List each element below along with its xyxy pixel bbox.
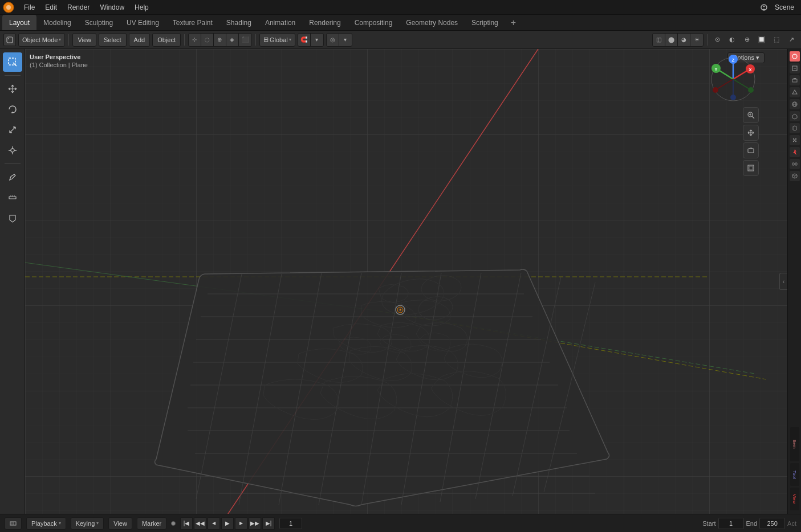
prev-keyframe-btn[interactable]: ◀◀ <box>194 517 206 530</box>
add-object-tool-btn[interactable] <box>3 208 22 228</box>
pan-gizmo-btn[interactable] <box>743 125 759 141</box>
start-frame-input[interactable] <box>718 518 744 529</box>
object-mode-dropdown[interactable]: Object Mode ▾ <box>18 33 65 47</box>
playback-menu[interactable]: Playback ▾ <box>26 517 66 530</box>
tab-layout[interactable]: Layout <box>2 15 36 30</box>
snap-icon-4[interactable]: ◈ <box>226 33 239 47</box>
zoom-gizmo-btn[interactable] <box>743 107 759 123</box>
user-preferences-icon[interactable] <box>758 1 770 14</box>
viewport[interactable]: User Perspective (1) Collection | Plane … <box>25 49 787 514</box>
transform-orientation-dropdown[interactable]: ⊞ Global ▾ <box>259 33 295 47</box>
output-properties-icon[interactable] <box>790 63 800 73</box>
particles-properties-icon[interactable] <box>790 135 800 145</box>
tab-uv-editing[interactable]: UV Editing <box>120 15 166 30</box>
camera-gizmo-btn[interactable] <box>743 142 759 158</box>
scene-properties-icon[interactable] <box>790 87 800 97</box>
transform-icon[interactable]: ↗ <box>785 34 798 46</box>
render-properties-icon[interactable] <box>790 51 800 62</box>
proportional-edit-chevron[interactable]: ▾ <box>339 33 352 47</box>
jump-end-btn[interactable]: ▶| <box>262 517 275 530</box>
jump-start-btn[interactable]: |◀ <box>180 517 193 530</box>
header-icons-right: Scene <box>758 1 801 14</box>
end-label: End <box>746 520 758 527</box>
transform-tool-btn[interactable] <box>3 141 22 160</box>
marker-menu[interactable]: Marker <box>137 517 166 530</box>
view-menu[interactable]: View <box>72 33 96 47</box>
step-back-btn[interactable]: ◀ <box>208 517 220 530</box>
current-frame-input[interactable] <box>279 518 302 529</box>
modifier-properties-icon[interactable] <box>790 123 800 133</box>
add-workspace-button[interactable]: + <box>505 15 522 30</box>
menu-render[interactable]: Render <box>63 2 94 13</box>
end-frame-input[interactable] <box>759 518 785 529</box>
scale-tool-btn[interactable] <box>3 120 22 140</box>
gizmo-icon[interactable]: ⊕ <box>741 34 753 46</box>
svg-point-76 <box>792 138 794 140</box>
rotate-tool-btn[interactable] <box>3 100 22 119</box>
next-keyframe-btn[interactable]: ▶▶ <box>249 517 261 530</box>
svg-line-60 <box>752 116 754 118</box>
viewport-overlay-icon[interactable]: ⊙ <box>711 34 723 46</box>
svg-rect-64 <box>748 165 754 171</box>
play-btn[interactable]: ▶ <box>221 517 234 530</box>
tab-texture-paint[interactable]: Texture Paint <box>166 15 219 30</box>
timeline-icon-btn[interactable] <box>5 517 22 530</box>
right-panel-item-1[interactable]: Item <box>790 427 799 461</box>
snap-icon-1[interactable]: ⊹ <box>189 33 201 47</box>
select-menu[interactable]: Select <box>99 33 127 47</box>
step-forward-btn[interactable]: ▶ <box>235 517 247 530</box>
svg-rect-71 <box>793 79 796 79</box>
render-border-icon[interactable]: ⬚ <box>770 34 783 46</box>
snap-icon-3[interactable]: ⊕ <box>214 33 226 47</box>
view-layer-icon[interactable] <box>790 75 800 85</box>
shading-material-btn[interactable]: ◕ <box>678 33 690 47</box>
tab-sculpting[interactable]: Sculpting <box>78 15 120 30</box>
menu-file[interactable]: File <box>19 2 39 13</box>
menu-window[interactable]: Window <box>95 2 129 13</box>
keying-menu[interactable]: Keying ▾ <box>71 517 104 530</box>
tab-geometry-nodes[interactable]: Geometry Nodes <box>399 15 465 30</box>
shading-rendered-btn[interactable]: ☀ <box>690 33 703 47</box>
right-panel-item-2[interactable]: Tool <box>790 463 799 486</box>
proportional-edit-btn[interactable]: ◎ <box>327 33 339 47</box>
data-properties-icon[interactable] <box>790 171 800 181</box>
ortho-gizmo-btn[interactable] <box>743 160 759 176</box>
menu-edit[interactable]: Edit <box>40 2 62 13</box>
measure-tool-btn[interactable] <box>3 188 22 207</box>
right-panel-item-3[interactable]: View <box>790 488 799 510</box>
menu-help[interactable]: Help <box>130 2 153 13</box>
move-tool-btn[interactable] <box>3 79 22 99</box>
shading-wireframe-btn[interactable]: ◫ <box>653 33 665 47</box>
toolbar-sep-3 <box>255 34 256 46</box>
object-properties-icon[interactable] <box>790 111 800 121</box>
snap-icon[interactable]: 🔲 <box>755 34 768 46</box>
tab-modeling[interactable]: Modeling <box>36 15 78 30</box>
active-label: Act <box>787 520 796 527</box>
select-box-tool-btn[interactable] <box>3 52 22 72</box>
add-menu[interactable]: Add <box>129 33 151 47</box>
tool-sep-2 <box>5 163 21 164</box>
annotate-tool-btn[interactable] <box>3 167 22 187</box>
object-menu[interactable]: Object <box>152 33 181 47</box>
tab-compositing[interactable]: Compositing <box>348 15 400 30</box>
viewport-options-button[interactable]: Options ▾ <box>727 52 765 63</box>
svg-rect-82 <box>795 163 797 165</box>
object-mode-chevron: ▾ <box>59 37 61 42</box>
snap-options-btn[interactable]: ▾ <box>311 33 323 47</box>
n-panel-toggle[interactable]: ‹ <box>779 273 787 290</box>
tab-animation[interactable]: Animation <box>258 15 302 30</box>
world-properties-icon[interactable] <box>790 99 800 109</box>
snap-icon-5[interactable]: ⬛ <box>239 33 251 47</box>
svg-point-79 <box>795 141 796 142</box>
tab-scripting[interactable]: Scripting <box>465 15 505 30</box>
tab-shading[interactable]: Shading <box>219 15 258 30</box>
xray-toggle-icon[interactable]: ◐ <box>726 34 738 46</box>
physics-properties-icon[interactable] <box>790 147 800 157</box>
snap-toggle-btn[interactable]: 🧲 <box>298 33 311 47</box>
view-menu-bottom[interactable]: View <box>108 517 132 530</box>
shading-solid-btn[interactable]: ⬤ <box>665 33 678 47</box>
viewport-mode-icon[interactable] <box>3 34 16 46</box>
constraints-properties-icon[interactable] <box>790 159 800 169</box>
snap-icon-2[interactable]: ◌ <box>201 33 214 47</box>
tab-rendering[interactable]: Rendering <box>302 15 347 30</box>
